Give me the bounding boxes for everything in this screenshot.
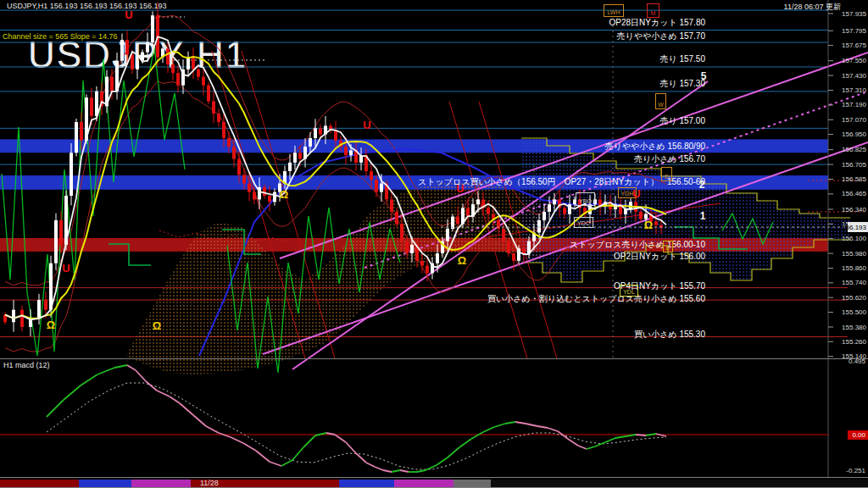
svg-text:-0.251: -0.251 <box>846 467 865 474</box>
macd-current-badge: 0.00 <box>852 431 865 439</box>
channel-indicator-info: Channel size = 565 Slope = 14.76 <box>3 32 118 41</box>
current-price-badge: 156.193 <box>842 224 866 231</box>
svg-text:155.740: 155.740 <box>842 279 866 286</box>
chart-canvas[interactable]: 157.935157.795157.675157.550157.430157.3… <box>0 0 868 488</box>
svg-text:156.950: 156.950 <box>842 130 866 138</box>
svg-text:156.585: 156.585 <box>842 175 866 183</box>
svg-text:0.495: 0.495 <box>849 358 866 365</box>
svg-text:156.340: 156.340 <box>842 206 866 214</box>
signal-marker-red-u: U <box>456 182 464 195</box>
svg-text:157.190: 157.190 <box>842 101 866 108</box>
signal-marker-yellow-omega: Ω <box>458 254 466 267</box>
marker-label-box: D <box>663 241 673 252</box>
svg-text:157.310: 157.310 <box>842 86 866 94</box>
svg-text:157.550: 157.550 <box>842 57 866 64</box>
svg-text:157.675: 157.675 <box>842 42 866 49</box>
signal-marker-yellow-omega: Ω <box>153 319 161 332</box>
signal-marker-yellow-omega: Ω <box>644 219 653 231</box>
svg-text:155.980: 155.980 <box>842 250 866 258</box>
trade-annotation: 買い小さめ・割り込むとストップロス売り小さめ 155.60 <box>487 293 705 305</box>
signal-marker-red-u: U <box>62 262 70 274</box>
svg-text:157.795: 157.795 <box>842 27 866 35</box>
signal-marker-yellow-omega: Ω <box>280 188 288 201</box>
marker-label-box: YDL <box>620 285 638 297</box>
svg-text:155.380: 155.380 <box>842 324 866 331</box>
trade-annotation: OP28日NYカット 157.80 <box>609 17 705 29</box>
trade-annotation: 売り 157.30 <box>659 78 705 90</box>
panel-separators <box>0 359 868 488</box>
marker-label-box: M <box>647 3 659 18</box>
svg-text:155.620: 155.620 <box>842 294 866 302</box>
signal-marker-red-u: U <box>125 8 132 21</box>
trade-annotation: 買い小さめ 155.30 <box>634 329 705 341</box>
symbol-ohlc-info: USDJPY,H1 156.193 156.193 156.193 156.19… <box>7 2 167 10</box>
svg-text:157.935: 157.935 <box>842 10 866 18</box>
svg-text:156.705: 156.705 <box>842 161 866 169</box>
update-timestamp: 11/28 06:07 更新 <box>784 2 841 13</box>
trade-annotation: 売りやや小さめ 157.70 <box>616 30 705 42</box>
marker-label-box: W <box>655 93 666 109</box>
marker-label-box: D <box>661 167 672 181</box>
session-date-label: 11/28 <box>200 479 219 487</box>
signal-marker-yellow-omega: Ω <box>47 319 55 331</box>
marker-label-box: YBO <box>576 192 595 206</box>
wave-count-number: 2 <box>699 179 705 191</box>
marker-label-box: LWH <box>604 4 624 17</box>
svg-text:155.260: 155.260 <box>842 338 866 346</box>
wave-count-number: 1 <box>700 210 706 222</box>
svg-text:157.070: 157.070 <box>842 116 866 124</box>
trade-annotation: 売り小さめ 156.70 <box>634 153 705 165</box>
trade-annotation: ストップロス売り小さめ 156.00-10 <box>570 239 705 251</box>
svg-text:156.100: 156.100 <box>842 235 866 242</box>
trade-annotation: OP2日NYカット 156.00 <box>614 251 705 263</box>
svg-text:156.825: 156.825 <box>842 146 866 153</box>
marker-label-box: YDC <box>574 217 593 228</box>
trade-annotation: 売り 157.50 <box>659 53 705 65</box>
svg-text:155.500: 155.500 <box>842 308 866 316</box>
trade-annotation: 売り 157.00 <box>659 115 705 127</box>
svg-text:155.860: 155.860 <box>842 264 866 272</box>
macd-panel: 0.495-0.251 0.00205959 <box>0 358 868 486</box>
session-bar <box>0 480 868 487</box>
chart-window[interactable]: USDJPY H1 USDJPY,H1 156.193 156.193 156.… <box>0 0 868 488</box>
macd-indicator-label: H1 macd (12) <box>3 361 50 369</box>
signal-marker-red-u: U <box>632 187 640 200</box>
svg-text:157.430: 157.430 <box>842 72 866 80</box>
wave-count-number: 5 <box>701 70 707 82</box>
svg-text:156.465: 156.465 <box>842 190 866 197</box>
trade-annotation: 売りやや小さめ 156.80/90 <box>605 141 705 152</box>
signal-marker-red-u: U <box>363 119 370 131</box>
